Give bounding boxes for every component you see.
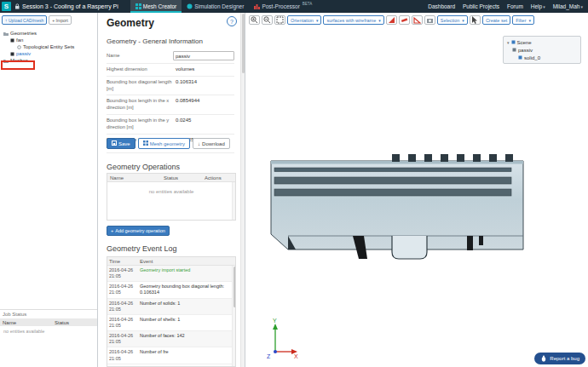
log-col-event: Event bbox=[138, 259, 235, 264]
scene-root-label: Scene bbox=[517, 40, 532, 45]
job-status-col-status: Status bbox=[55, 320, 97, 325]
ops-col-actions: Actions bbox=[205, 175, 235, 181]
nav-public-projects[interactable]: Public Projects bbox=[463, 3, 499, 9]
geometry-actions: Save Mesh geometry ↓ Download bbox=[107, 138, 230, 149]
mesh-geometry-button[interactable]: Mesh geometry bbox=[138, 138, 190, 149]
project-tree: Geometries fan Topological Entity Sets p… bbox=[0, 27, 97, 64]
report-bug-button[interactable]: Report a bug bbox=[534, 353, 585, 364]
lock-icon bbox=[14, 3, 20, 9]
operations-empty: no entities available bbox=[107, 189, 235, 194]
help-button[interactable]: ? bbox=[227, 16, 237, 26]
tab-simulation-designer[interactable]: Simulation Designer bbox=[182, 0, 249, 13]
nav-forum[interactable]: Forum bbox=[507, 3, 523, 9]
zoom-in-button[interactable] bbox=[249, 15, 260, 25]
camera-button[interactable] bbox=[424, 15, 435, 25]
app-logo[interactable]: S bbox=[2, 2, 11, 11]
add-geometry-operation-button[interactable]: + Add geometry operation bbox=[107, 226, 170, 236]
left-sidebar: ↑ Upload CAD/mesh + Import Geometries fa… bbox=[0, 13, 98, 367]
tree-item-meshes[interactable]: Meshes bbox=[0, 57, 97, 64]
scene-icon bbox=[511, 40, 516, 45]
nav-help-label: Help bbox=[531, 3, 542, 9]
import-button[interactable]: + Import bbox=[49, 15, 71, 25]
general-info-heading: Geometry - General Information bbox=[107, 37, 203, 45]
save-button[interactable]: Save bbox=[107, 138, 135, 149]
zoom-fit-button[interactable] bbox=[274, 15, 285, 25]
selection-dropdown[interactable]: Selection▾ bbox=[437, 15, 468, 25]
tab-mesh-creator[interactable]: Mesh Creator bbox=[130, 0, 182, 13]
viewport-3d[interactable]: Orientation▾ surfaces with wireframe▾ Se… bbox=[245, 13, 588, 367]
cube-icon bbox=[10, 38, 14, 43]
upload-cad-button[interactable]: ↑ Upload CAD/mesh bbox=[2, 15, 47, 25]
pointer-button[interactable] bbox=[470, 15, 481, 25]
tab-post-processor[interactable]: Post-Processor BETA bbox=[249, 0, 317, 13]
render-mode-dropdown[interactable]: surfaces with wireframe▾ bbox=[323, 15, 383, 25]
tree-label: Meshes bbox=[10, 58, 28, 63]
plus-icon: + bbox=[52, 18, 55, 23]
chevron-down-icon: ▾ bbox=[378, 18, 381, 23]
tab-label: Simulation Designer bbox=[194, 3, 244, 9]
info-value: 0.106314 bbox=[173, 79, 234, 84]
app-window: S Session 3 - Cooling of a Rasperry Pi M… bbox=[0, 0, 588, 367]
cube-icon bbox=[512, 48, 516, 53]
chevron-down-icon: ▾ bbox=[507, 40, 510, 45]
nav-dashboard[interactable]: Dashboard bbox=[428, 3, 455, 9]
tree-item-passiv[interactable]: passiv bbox=[0, 50, 97, 57]
scene-tree-solid-0[interactable]: solid_0 bbox=[506, 54, 578, 61]
panel-scrollbar[interactable] bbox=[240, 13, 245, 367]
nav-user-menu[interactable]: Milad_Mah▾ bbox=[553, 3, 583, 9]
report-bug-label: Report a bug bbox=[550, 356, 579, 361]
page-title: Geometry bbox=[107, 17, 154, 29]
folder-icon bbox=[3, 59, 9, 63]
info-label: Bounding box length in the y direction [… bbox=[107, 118, 173, 131]
info-row: Bounding box length in the y direction [… bbox=[107, 115, 234, 135]
log-row: 2016-04-26 21:05 Number of fre bbox=[107, 347, 232, 364]
axis-y-label: Y bbox=[273, 318, 277, 324]
log-row: 2016-04-26 21:05 Geometry import started bbox=[107, 266, 232, 282]
info-row: Bounding box length in the x direction [… bbox=[107, 95, 234, 115]
tree-item-topological-entity-sets[interactable]: Topological Entity Sets bbox=[0, 43, 97, 50]
orientation-dropdown[interactable]: Orientation▾ bbox=[287, 15, 321, 25]
download-icon: ↓ bbox=[198, 141, 200, 146]
cube-icon bbox=[518, 55, 522, 60]
beta-badge: BETA bbox=[303, 2, 312, 6]
info-label: Highest dimension bbox=[107, 66, 173, 73]
top-nav: Dashboard Public Projects Forum Help▾ Mi… bbox=[428, 3, 588, 9]
nav-help-menu[interactable]: Help▾ bbox=[531, 3, 545, 9]
event-log-scrollbar[interactable] bbox=[232, 266, 235, 366]
scene-item-label: solid_0 bbox=[524, 55, 540, 60]
log-event: Number of shells: 1 bbox=[138, 315, 232, 330]
info-value: 0.0245 bbox=[173, 118, 234, 123]
scene-tree-passiv[interactable]: passiv bbox=[506, 46, 578, 54]
log-time: 2016-04-26 21:05 bbox=[107, 266, 138, 281]
create-set-button[interactable]: Create set bbox=[482, 15, 510, 25]
clip-plane-button[interactable] bbox=[386, 15, 397, 25]
mesh-grid-icon bbox=[143, 140, 148, 146]
protractor-button[interactable] bbox=[412, 15, 423, 25]
scene-tree-root[interactable]: ▾ Scene bbox=[506, 38, 578, 46]
log-row: 2016-04-26 21:05 Number of shells: 1 bbox=[107, 315, 232, 331]
scrollbar-thumb[interactable] bbox=[233, 267, 236, 307]
model-3d[interactable] bbox=[262, 147, 545, 268]
log-time: 2016-04-26 21:05 bbox=[107, 315, 138, 330]
log-event: Number of fre bbox=[138, 347, 232, 363]
job-status-empty: no entities available bbox=[0, 326, 97, 336]
tree-item-geometries[interactable]: Geometries bbox=[0, 30, 97, 37]
job-status-header: Name Status bbox=[0, 318, 97, 326]
tree-label: fan bbox=[16, 37, 23, 43]
mesh-geometry-label: Mesh geometry bbox=[150, 141, 185, 146]
tree-label: Geometries bbox=[10, 31, 37, 36]
mesh-creator-icon bbox=[135, 3, 141, 9]
operations-scrollbar[interactable] bbox=[232, 182, 235, 220]
log-event: Geometry import started bbox=[138, 266, 232, 281]
filter-dropdown[interactable]: Filter▾ bbox=[512, 15, 534, 25]
download-button[interactable]: ↓ Download bbox=[193, 138, 230, 149]
zoom-out-button[interactable] bbox=[262, 15, 273, 25]
ruler-button[interactable] bbox=[399, 15, 410, 25]
tree-label: Topological Entity Sets bbox=[23, 44, 74, 49]
operations-header: Name Status Actions bbox=[107, 174, 235, 182]
name-label: Name bbox=[107, 53, 173, 60]
log-col-time: Time bbox=[107, 259, 138, 264]
geometry-name-input[interactable] bbox=[173, 51, 234, 60]
tree-item-fan[interactable]: fan bbox=[0, 37, 97, 43]
scrollbar-thumb[interactable] bbox=[242, 14, 245, 73]
